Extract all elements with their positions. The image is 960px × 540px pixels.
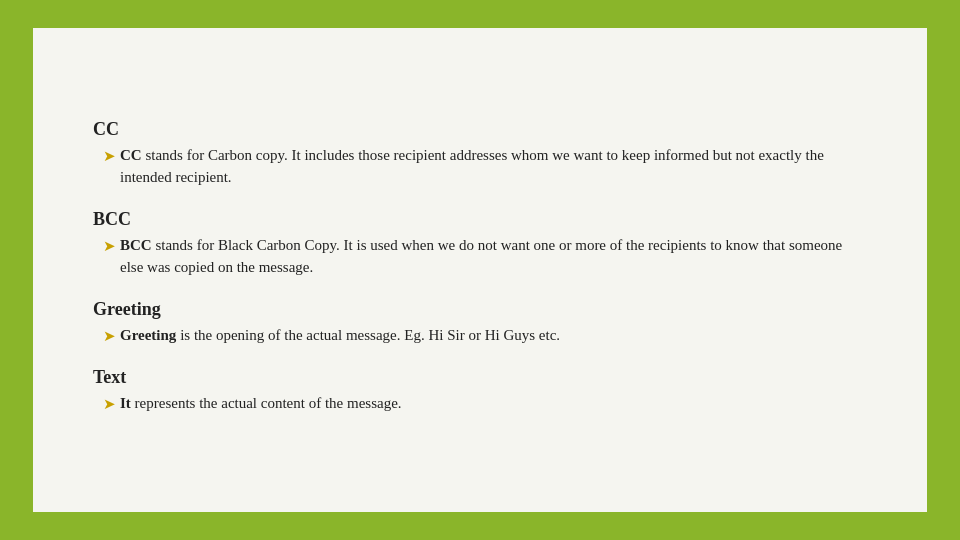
heading-text: Text xyxy=(93,367,867,388)
bullet-text-section: ➤ It represents the actual content of th… xyxy=(103,392,867,416)
bullet-greeting: ➤ Greeting is the opening of the actual … xyxy=(103,324,867,348)
arrow-cc: ➤ xyxy=(103,145,116,168)
arrow-greeting: ➤ xyxy=(103,325,116,348)
bullet-bcc: ➤ BCC stands for Black Carbon Copy. It i… xyxy=(103,234,867,279)
heading-cc: CC xyxy=(93,119,867,140)
bullet-cc: ➤ CC stands for Carbon copy. It includes… xyxy=(103,144,867,189)
bullet-text-content: It represents the actual content of the … xyxy=(120,392,867,415)
slide-card: CC ➤ CC stands for Carbon copy. It inclu… xyxy=(30,25,930,515)
bullet-text-cc: CC stands for Carbon copy. It includes t… xyxy=(120,144,867,189)
bullet-text-bcc: BCC stands for Black Carbon Copy. It is … xyxy=(120,234,867,279)
arrow-text: ➤ xyxy=(103,393,116,416)
bullet-text-greeting: Greeting is the opening of the actual me… xyxy=(120,324,867,347)
arrow-bcc: ➤ xyxy=(103,235,116,258)
heading-bcc: BCC xyxy=(93,209,867,230)
heading-greeting: Greeting xyxy=(93,299,867,320)
